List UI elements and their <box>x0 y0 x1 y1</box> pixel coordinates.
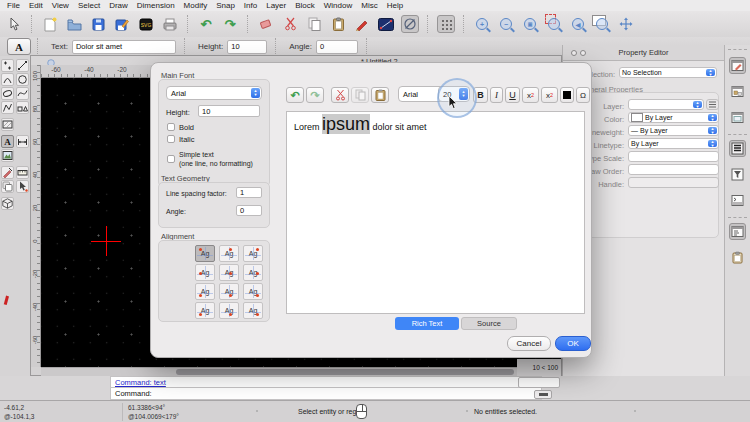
zoom-auto-icon[interactable]: ▣ <box>521 15 539 33</box>
text-tool[interactable]: A <box>1 135 14 148</box>
print-icon[interactable] <box>161 15 179 33</box>
grid-toggle-icon[interactable] <box>437 15 455 33</box>
line-tool-icon[interactable] <box>377 15 395 33</box>
align-middle-right-button[interactable]: Ag <box>243 264 263 281</box>
align-base-center-button[interactable]: Ag <box>219 283 239 300</box>
shape-tool[interactable] <box>16 101 29 114</box>
align-top-right-button[interactable]: Ag <box>243 245 263 262</box>
save-icon[interactable] <box>89 15 107 33</box>
ellipse-tool[interactable] <box>1 87 14 100</box>
rt-special-char-button[interactable]: Ω <box>576 87 590 103</box>
dialog-angle-input[interactable]: 0 <box>236 205 262 216</box>
menu-file[interactable]: File <box>7 1 20 10</box>
redo-icon[interactable]: ↷ <box>221 15 239 33</box>
horizontal-scrollbar[interactable] <box>41 367 517 376</box>
menu-edit[interactable]: Edit <box>29 1 43 10</box>
paste-icon[interactable] <box>329 15 347 33</box>
menu-window[interactable]: Window <box>324 1 352 10</box>
save-as-icon[interactable] <box>113 15 131 33</box>
menu-layer[interactable]: Layer <box>266 1 286 10</box>
zoom-window-icon[interactable] <box>593 15 611 33</box>
menu-dimension[interactable]: Dimension <box>137 1 175 10</box>
zoom-out-icon[interactable]: − <box>497 15 515 33</box>
rt-copy-button[interactable] <box>351 87 369 103</box>
stepper-icon[interactable]: ▲▼ <box>251 88 260 98</box>
arc-tool[interactable] <box>1 73 14 86</box>
undo-icon[interactable]: ↶ <box>197 15 215 33</box>
rt-subscript-button[interactable]: x2 <box>541 87 558 103</box>
rt-italic-button[interactable]: I <box>490 87 503 103</box>
menu-snap[interactable]: Snap <box>216 1 235 10</box>
selection-combo[interactable]: No Selection▲▼ <box>619 67 717 78</box>
command-window-icon[interactable] <box>729 192 746 209</box>
layer-list-button[interactable] <box>706 99 719 110</box>
isometric-tool[interactable] <box>1 197 14 210</box>
angle-input[interactable]: 0 <box>316 40 358 54</box>
font-height-input[interactable]: 10 <box>198 105 260 117</box>
menu-view[interactable]: View <box>52 1 69 10</box>
measure-tool[interactable] <box>16 166 29 179</box>
zoom-in-icon[interactable]: + <box>473 15 491 33</box>
font-family-combo[interactable]: Arial ▲▼ <box>166 86 262 100</box>
edit-pencil-icon[interactable] <box>353 15 371 33</box>
menu-draw[interactable]: Draw <box>109 1 128 10</box>
polyline-tool[interactable] <box>1 101 14 114</box>
stepper-icon[interactable]: ▲▼ <box>708 127 717 134</box>
property-editor-icon[interactable] <box>729 223 746 240</box>
spline-tool[interactable] <box>16 87 29 100</box>
tab-source[interactable]: Source <box>461 317 517 330</box>
dimension-tool[interactable] <box>16 135 29 148</box>
panel-float-icon[interactable] <box>580 50 586 56</box>
bold-checkbox[interactable] <box>167 123 175 131</box>
rt-superscript-button[interactable]: x2 <box>522 87 539 103</box>
align-top-left-button[interactable]: Ag <box>195 245 215 262</box>
align-top-center-button[interactable]: Ag <box>219 245 239 262</box>
select-tool[interactable] <box>16 180 29 193</box>
align-middle-center-button[interactable]: Ag <box>219 264 239 281</box>
layer-combo[interactable]: ▲▼ <box>628 99 704 110</box>
rt-color-button[interactable] <box>560 87 574 103</box>
copy-icon[interactable] <box>305 15 323 33</box>
menu-select[interactable]: Select <box>78 1 100 10</box>
selection-filter-icon[interactable] <box>729 166 746 183</box>
align-base-left-button[interactable]: Ag <box>195 283 215 300</box>
draw-order-input[interactable] <box>628 164 719 175</box>
tab-rich-text[interactable]: Rich Text <box>395 317 459 330</box>
rt-undo-button[interactable]: ↶ <box>286 87 304 103</box>
height-input[interactable]: 10 <box>227 40 267 54</box>
hatch-tool[interactable] <box>1 118 14 131</box>
menu-block[interactable]: Block <box>295 1 315 10</box>
clipboard-panel-icon[interactable] <box>729 249 746 266</box>
menu-misc[interactable]: Misc <box>361 1 377 10</box>
stepper-icon[interactable]: ▲▼ <box>693 101 702 108</box>
align-bottom-left-button[interactable]: Ag <box>195 302 215 319</box>
matrix-input[interactable] <box>518 377 560 388</box>
eraser-icon[interactable] <box>257 15 275 33</box>
italic-checkbox[interactable] <box>167 135 175 143</box>
color-combo[interactable]: By Layer ▲▼ <box>628 112 719 123</box>
align-bottom-center-button[interactable]: Ag <box>219 302 239 319</box>
line-spacing-input[interactable]: 1 <box>236 187 262 198</box>
cancel-button[interactable]: Cancel <box>507 336 551 351</box>
zoom-selection-icon[interactable] <box>545 15 563 33</box>
circle-tool[interactable] <box>16 73 29 86</box>
scrollbar-thumb[interactable] <box>176 369 514 375</box>
lineweight-combo[interactable]: —By Layer ▲▼ <box>628 125 719 136</box>
open-file-icon[interactable] <box>65 15 83 33</box>
menu-info[interactable]: Info <box>244 1 257 10</box>
stepper-icon[interactable]: ▲▼ <box>706 69 715 76</box>
rt-cut-button[interactable] <box>331 87 349 103</box>
svg-export-icon[interactable]: SVG <box>137 15 155 33</box>
rt-redo-button[interactable]: ↷ <box>306 87 324 103</box>
rich-text-editor[interactable]: Lorem ipsum dolor sit amet <box>286 111 585 314</box>
align-base-right-button[interactable]: Ag <box>243 283 263 300</box>
panel-close-icon[interactable] <box>571 50 577 56</box>
mouse-button-widget[interactable] <box>534 390 552 399</box>
rt-paste-button[interactable] <box>371 87 389 103</box>
circle-slash-tool-icon[interactable] <box>401 15 419 33</box>
linetype-combo[interactable]: By Layer ▲▼ <box>628 138 719 149</box>
draw-window-icon[interactable] <box>729 57 746 74</box>
align-middle-left-button[interactable]: Ag <box>195 264 215 281</box>
paste-block-tool[interactable] <box>1 180 14 193</box>
stepper-icon[interactable]: ▲▼ <box>708 140 717 147</box>
